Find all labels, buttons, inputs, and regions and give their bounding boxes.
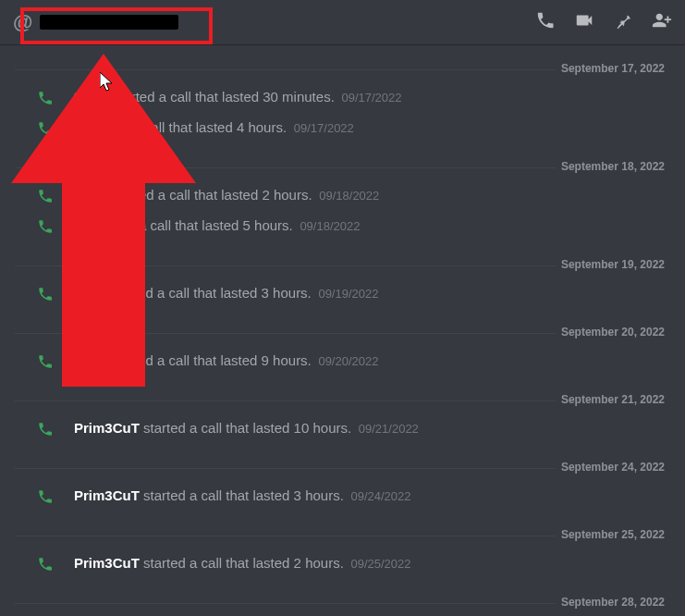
caller-name: Prim3CuT (74, 420, 140, 436)
date-divider: September 21, 2022 (15, 393, 670, 408)
call-event-row: Prim3CuT started a call that lasted 2 ho… (0, 548, 685, 579)
phone-icon (37, 556, 54, 577)
phone-icon (37, 120, 54, 142)
call-date: 09/17/2022 (290, 121, 354, 135)
call-description: started a call that lasted 10 hours. (140, 420, 351, 436)
call-date: 09/18/2022 (297, 219, 361, 233)
messages-pane: September 17, 20223CuT started a call th… (0, 62, 685, 616)
call-event-text: started a call that lasted 3 hours. 09/1… (111, 284, 378, 303)
call-event-row: Prim3CuT started a call that lasted 10 h… (0, 413, 685, 444)
date-divider: September 17, 2022 (15, 62, 670, 77)
call-date: 09/20/2022 (315, 354, 379, 368)
call-description: a call that lasted 5 hours. (139, 217, 293, 233)
caller-name: Prim3CuT (74, 487, 140, 503)
phone-icon (37, 218, 54, 240)
date-divider-text: September 24, 2022 (556, 461, 670, 474)
call-event-text: started a call that lasted 9 hours. 09/2… (111, 351, 378, 371)
call-event-text: T started a call that lasted 4 hours. 09… (74, 118, 354, 138)
call-event-text: Prim3CuT started a call that lasted 3 ho… (74, 487, 411, 506)
date-divider-text: September 25, 2022 (556, 528, 670, 541)
caller-name: Prim3CuT (74, 555, 140, 571)
call-event-row: started a call that lasted 9 hours. 09/2… (0, 346, 685, 376)
start-video-call-icon[interactable] (574, 10, 594, 34)
toolbar (535, 10, 672, 34)
call-event-text: Prim3CuT started a call that lasted 10 h… (74, 419, 419, 438)
call-description: started a call that lasted 3 hours. (111, 285, 312, 301)
call-event-row: Prim3CuT started a call that lasted 3 ho… (0, 481, 685, 511)
date-divider: September 19, 2022 (15, 258, 670, 273)
start-voice-call-icon[interactable] (535, 10, 556, 34)
call-event-row: T started a call that lasted 4 hours. 09… (0, 113, 685, 143)
caller-name: T (74, 119, 82, 135)
pinned-messages-icon[interactable] (613, 10, 633, 34)
date-divider-text: September 19, 2022 (556, 258, 670, 271)
date-divider: September 18, 2022 (15, 160, 670, 175)
phone-icon (37, 353, 54, 375)
call-description: started a call that lasted 3 hours. (140, 487, 344, 503)
date-divider-text: September 17, 2022 (556, 62, 670, 75)
date-divider-text: September 20, 2022 (556, 326, 670, 339)
phone-icon (37, 90, 54, 111)
date-divider-text: September 18, 2022 (556, 160, 670, 173)
call-description: started a call that lasted 4 hours. (82, 119, 287, 135)
phone-icon (37, 188, 54, 209)
call-date: 09/18/2022 (316, 189, 380, 203)
call-event-text: Prim3CuT started a call that lasted 2 ho… (74, 554, 411, 573)
phone-icon (37, 286, 54, 307)
phone-icon (37, 421, 54, 442)
call-event-row: a call that lasted 5 hours. 09/18/2022 (0, 211, 685, 241)
date-divider: September 25, 2022 (15, 528, 670, 543)
dm-header: @ (0, 0, 685, 45)
call-date: 09/17/2022 (338, 91, 402, 105)
dm-username-redacted (40, 15, 178, 30)
add-friends-icon[interactable] (652, 10, 672, 34)
date-divider: September 24, 2022 (15, 461, 670, 475)
at-icon: @ (13, 10, 32, 34)
phone-icon (37, 488, 54, 510)
date-divider: September 28, 2022 (15, 596, 670, 610)
call-event-row: started a call that lasted 3 hours. 09/1… (0, 278, 685, 309)
caller-name: 3CuT (74, 89, 109, 105)
call-event-text: 3CuT started a call that lasted 30 minut… (74, 88, 402, 107)
call-event-row: ed a call that lasted 2 hours. 09/18/202… (0, 180, 685, 211)
date-divider-text: September 21, 2022 (556, 393, 670, 406)
call-event-text: a call that lasted 5 hours. 09/18/2022 (139, 216, 360, 236)
date-divider-text: September 28, 2022 (556, 596, 670, 609)
call-event-row: 3CuT started a call that lasted 30 minut… (0, 82, 685, 113)
call-description: started a call that lasted 9 hours. (111, 352, 312, 368)
call-description: started a call that lasted 30 minutes. (109, 89, 335, 105)
call-date: 09/21/2022 (355, 422, 419, 436)
call-description: started a call that lasted 2 hours. (140, 555, 344, 571)
call-event-text: ed a call that lasted 2 hours. 09/18/202… (139, 186, 379, 205)
call-date: 09/25/2022 (348, 557, 411, 571)
call-date: 09/24/2022 (348, 489, 411, 503)
call-description: ed a call that lasted 2 hours. (139, 187, 312, 203)
call-date: 09/19/2022 (315, 287, 379, 301)
date-divider: September 20, 2022 (15, 326, 670, 340)
